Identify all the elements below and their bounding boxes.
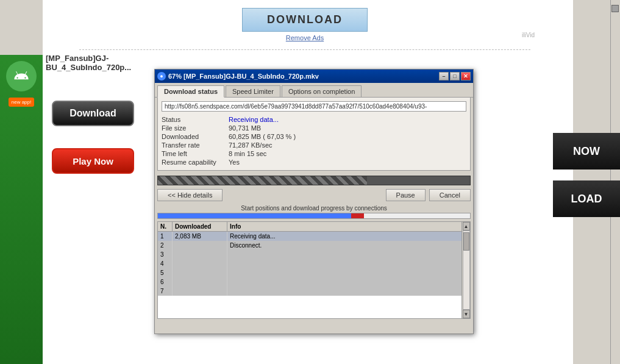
downloaded-value: 60,825 MB ( 67,03 % ) — [229, 133, 296, 140]
status-table: Status Receiving data... File size 90,73… — [162, 115, 466, 166]
dialog-app-icon: ● — [157, 72, 166, 80]
scroll-thumb[interactable] — [463, 232, 469, 251]
conn-row-3-downloaded — [173, 250, 227, 259]
conn-row-3-info — [227, 250, 470, 259]
scroll-track — [463, 230, 470, 310]
download-button[interactable]: Download — [52, 101, 134, 126]
status-row-downloaded: Downloaded 60,825 MB ( 67,03 % ) — [162, 132, 466, 141]
conn-table-scrollbar[interactable]: ▲ ▼ — [461, 222, 470, 318]
scroll-arrow-down[interactable]: ▼ — [463, 310, 470, 318]
new-app-label: new app! — [9, 98, 34, 107]
left-ad-panel: new app! — [0, 55, 43, 364]
conn-row-4-downloaded — [173, 259, 227, 268]
conn-row-4: 4 — [158, 259, 470, 268]
conn-row-3-n: 3 — [158, 250, 173, 259]
right-load-button[interactable]: LOAD — [553, 180, 620, 217]
conn-row-7: 7 — [158, 287, 470, 296]
play-now-button[interactable]: Play Now — [52, 148, 134, 174]
url-bar: http://fs08n5.sendspace.com/dl/6eb5e79aa… — [162, 101, 466, 112]
conn-row-6: 6 — [158, 277, 470, 287]
conn-row-3: 3 — [158, 250, 470, 259]
col-info: Info — [227, 222, 470, 231]
filesize-label: File size — [162, 124, 229, 132]
conn-row-7-info — [227, 287, 470, 296]
status-row-transfer: Transfer rate 71,287 KB/sec — [162, 141, 466, 149]
scroll-arrow-up[interactable]: ▲ — [463, 222, 470, 230]
right-now-button[interactable]: NOW — [553, 133, 620, 170]
status-row-status: Status Receiving data... — [162, 115, 466, 124]
dialog-tab-content: http://fs08n5.sendspace.com/dl/6eb5e79aa… — [157, 98, 471, 171]
conn-row-7-n: 7 — [158, 287, 173, 296]
android-icon — [6, 61, 37, 91]
status-value: Receiving data... — [229, 116, 279, 123]
progress-fill — [158, 176, 367, 185]
conn-row-5-n: 5 — [158, 268, 173, 277]
resume-value: Yes — [229, 159, 240, 166]
conn-row-5-info — [227, 268, 470, 277]
status-row-resume: Resume capability Yes — [162, 158, 466, 166]
remove-ads-link[interactable]: Remove Ads — [286, 34, 324, 41]
filesize-value: 90,731 MB — [229, 124, 261, 132]
timeleft-label: Time left — [162, 150, 229, 157]
conn-row-4-n: 4 — [158, 259, 173, 268]
cancel-button[interactable]: Cancel — [429, 189, 471, 201]
conn-row-5-downloaded — [173, 268, 227, 277]
conn-row-2-n: 2 — [158, 241, 173, 250]
conn-row-5: 5 — [158, 268, 470, 277]
tab-speed-limiter[interactable]: Speed Limiter — [226, 85, 280, 97]
conn-progress-container — [157, 213, 471, 219]
dialog-titlebar: ● 67% [MP_Fansub]GJ-BU_4_SubIndo_720p.mk… — [155, 70, 473, 83]
conn-row-1-info: Receiving data... — [227, 232, 470, 241]
conn-row-1: 1 2,083 MB Receiving data... — [158, 232, 470, 241]
timeleft-value: 8 min 15 sec — [229, 150, 266, 157]
conn-row-1-downloaded: 2,083 MB — [173, 232, 227, 241]
conn-row-6-info — [227, 277, 470, 287]
conn-row-7-downloaded — [173, 287, 227, 296]
conn-row-1-n: 1 — [158, 232, 173, 241]
conn-row-4-info — [227, 259, 470, 268]
status-row-timeleft: Time left 8 min 15 sec — [162, 149, 466, 158]
col-n: N. — [158, 222, 173, 231]
close-button[interactable]: ✕ — [461, 72, 471, 80]
dialog-title-text: 67% [MP_Fansub]GJ-BU_4_SubIndo_720p.mkv — [168, 73, 319, 80]
minimize-button[interactable]: – — [439, 72, 449, 80]
conn-row-6-downloaded — [173, 277, 227, 287]
conn-progress-red — [351, 213, 363, 218]
hide-details-button[interactable]: << Hide details — [157, 189, 223, 201]
dialog-buttons: << Hide details Pause Cancel — [157, 189, 471, 201]
tab-download-status[interactable]: Download status — [157, 85, 224, 98]
status-row-filesize: File size 90,731 MB — [162, 124, 466, 132]
top-download-button[interactable]: DOWNLOAD — [242, 8, 368, 32]
conn-row-2-info: Disconnect. — [227, 241, 470, 250]
transfer-value: 71,287 KB/sec — [229, 141, 273, 149]
conn-progress-blue — [158, 213, 351, 218]
resume-label: Resume capability — [162, 159, 229, 166]
status-label: Status — [162, 116, 229, 123]
connections-table: N. Downloaded Info 1 2,083 MB Receiving … — [157, 221, 471, 319]
downloaded-label: Downloaded — [162, 133, 229, 140]
dialog-controls: – □ ✕ — [439, 72, 471, 80]
download-dialog: ● 67% [MP_Fansub]GJ-BU_4_SubIndo_720p.mk… — [154, 69, 474, 334]
conn-row-6-n: 6 — [158, 277, 173, 287]
tab-options-completion[interactable]: Options on completion — [282, 85, 362, 97]
transfer-label: Transfer rate — [162, 141, 229, 149]
col-downloaded: Downloaded — [173, 222, 227, 231]
dialog-tabs: Download status Speed Limiter Options on… — [155, 83, 473, 98]
progress-container — [157, 176, 471, 185]
dialog-title-left: ● 67% [MP_Fansub]GJ-BU_4_SubIndo_720p.mk… — [157, 72, 319, 80]
pause-button[interactable]: Pause — [386, 189, 426, 201]
conn-table-header: N. Downloaded Info — [158, 222, 470, 232]
connections-label: Start positions and download progress by… — [155, 205, 473, 212]
restore-button[interactable]: □ — [450, 72, 460, 80]
conn-row-2: 2 Disconnect. — [158, 241, 470, 250]
scrollbar-thumb[interactable] — [611, 5, 619, 12]
conn-row-2-downloaded — [173, 241, 227, 250]
page-title: [MP_Fansub]GJ-BU_4_SubIndo_720p... — [46, 54, 168, 72]
ilivid-brand: iliVid — [522, 32, 535, 38]
